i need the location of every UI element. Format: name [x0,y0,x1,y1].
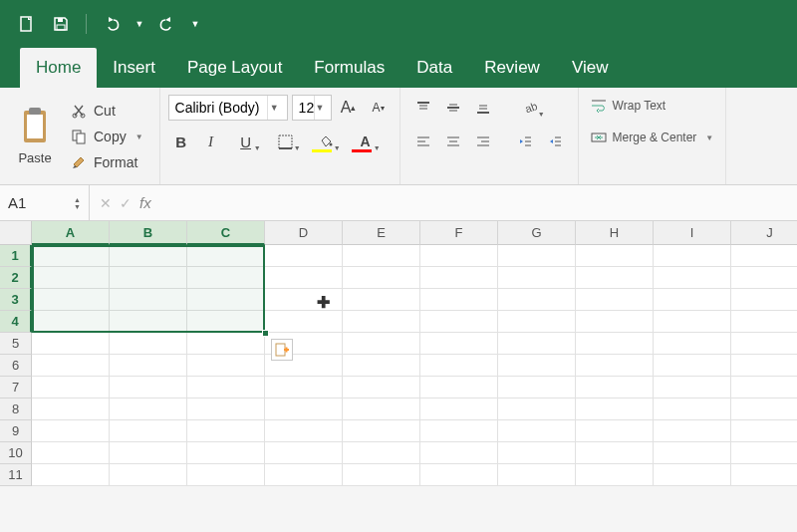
cell[interactable] [187,399,265,420]
cell[interactable] [576,267,654,289]
cell[interactable] [420,399,498,420]
column-header[interactable]: I [654,221,731,245]
cell[interactable] [576,464,654,486]
cell[interactable] [498,377,576,399]
cell[interactable] [187,267,265,289]
cell[interactable] [498,420,576,442]
tab-insert[interactable]: Insert [97,48,171,88]
cell[interactable] [420,333,498,355]
tab-home[interactable]: Home [20,48,97,88]
cell[interactable] [498,245,576,267]
redo-button[interactable] [154,11,180,37]
cell[interactable] [654,399,731,420]
cell[interactable] [32,267,110,289]
cell[interactable] [110,311,187,333]
cell[interactable] [576,355,654,377]
cell[interactable] [654,420,731,442]
cell[interactable] [420,245,498,267]
cell[interactable] [187,333,265,355]
cell[interactable] [265,267,343,289]
cell[interactable] [187,289,265,311]
cell[interactable] [343,420,420,442]
cell[interactable] [110,399,187,420]
decrease-indent-button[interactable] [512,129,538,154]
cell[interactable] [576,333,654,355]
cell[interactable] [32,333,110,355]
underline-button[interactable]: U▼ [228,129,264,154]
cell[interactable] [343,311,420,333]
cancel-formula-button[interactable]: ✕ [100,195,112,211]
copy-button[interactable]: Copy ▼ [66,124,147,149]
cell[interactable] [343,442,420,464]
cell[interactable] [420,442,498,464]
increase-font-button[interactable]: A▴ [336,95,362,121]
cell[interactable] [576,442,654,464]
tab-page-layout[interactable]: Page Layout [171,48,298,88]
borders-button[interactable]: ▼ [268,129,304,154]
cell[interactable] [654,442,731,464]
cell[interactable] [731,355,797,377]
align-top-button[interactable] [410,95,436,121]
row-header[interactable]: 1 [0,245,32,267]
row-header[interactable]: 9 [0,420,32,442]
cell[interactable] [110,377,187,399]
cell[interactable] [576,311,654,333]
cell[interactable] [343,355,420,377]
undo-dropdown[interactable]: ▼ [133,11,146,37]
cell[interactable] [265,245,343,267]
cell[interactable] [498,399,576,420]
cell[interactable] [420,377,498,399]
cell[interactable] [731,420,797,442]
cell[interactable] [110,333,187,355]
italic-button[interactable]: I [198,129,224,154]
cell[interactable] [654,333,731,355]
cell[interactable] [265,442,343,464]
cell[interactable] [110,245,187,267]
cell[interactable] [654,289,731,311]
decrease-font-button[interactable]: A▾ [366,95,392,121]
column-header[interactable]: C [187,221,265,245]
column-header[interactable]: B [110,221,187,245]
cell[interactable] [731,442,797,464]
cell[interactable] [32,289,110,311]
save-button[interactable] [48,11,74,37]
cell[interactable] [32,245,110,267]
column-header[interactable]: F [420,221,498,245]
cell[interactable] [731,377,797,399]
new-file-button[interactable] [14,11,40,37]
column-header[interactable]: H [576,221,654,245]
cell[interactable] [498,311,576,333]
cell[interactable] [576,245,654,267]
cell[interactable] [187,355,265,377]
redo-dropdown[interactable]: ▼ [188,11,202,37]
fx-label[interactable]: fx [139,194,151,211]
cell[interactable] [110,267,187,289]
cell[interactable] [110,442,187,464]
cell[interactable] [343,333,420,355]
confirm-formula-button[interactable]: ✓ [120,195,132,211]
column-header[interactable]: J [731,221,797,245]
font-color-button[interactable]: A ▼ [348,129,384,154]
tab-view[interactable]: View [556,48,625,88]
cell[interactable] [731,464,797,486]
align-center-button[interactable] [440,129,466,154]
cell[interactable] [343,245,420,267]
row-header[interactable]: 8 [0,399,32,420]
cell[interactable] [576,420,654,442]
cell[interactable] [731,333,797,355]
cell[interactable] [731,399,797,420]
cell[interactable] [343,464,420,486]
cell[interactable] [420,355,498,377]
cell[interactable] [576,377,654,399]
cell[interactable] [265,420,343,442]
fill-handle[interactable] [262,330,269,337]
cell[interactable] [32,399,110,420]
cell[interactable] [420,289,498,311]
row-header[interactable]: 2 [0,267,32,289]
cell[interactable] [187,420,265,442]
cell[interactable] [498,464,576,486]
cell[interactable] [420,464,498,486]
cell[interactable] [187,464,265,486]
cell[interactable] [110,355,187,377]
cell[interactable] [654,464,731,486]
